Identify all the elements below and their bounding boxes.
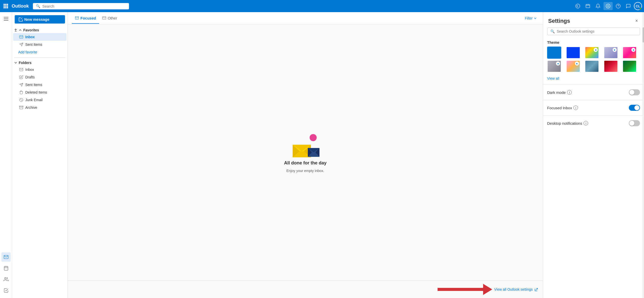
theme-swatch-6[interactable]: ★ xyxy=(547,60,561,72)
new-message-button[interactable]: New message xyxy=(15,15,65,24)
theme-swatch-8[interactable] xyxy=(585,60,599,72)
settings-divider-3 xyxy=(543,115,644,116)
empty-inbox-illustration: All done for the day Enjoy your empty in… xyxy=(284,132,327,173)
focused-inbox-toggle[interactable] xyxy=(629,105,640,111)
theme-swatch-7[interactable]: ★ xyxy=(566,60,580,72)
theme-premium-star-7: ★ xyxy=(575,61,579,66)
svg-rect-6 xyxy=(4,7,5,8)
topbar-actions: S CL xyxy=(573,2,642,10)
nav-item-sent[interactable]: Sent Items xyxy=(13,81,67,89)
svg-point-25 xyxy=(5,278,6,279)
gear-icon[interactable] xyxy=(604,2,613,10)
filter-button[interactable]: Filter xyxy=(523,15,539,21)
help-icon[interactable] xyxy=(614,2,623,10)
folder-inbox-label: Inbox xyxy=(25,68,34,72)
nav-item-deleted[interactable]: Deleted Items xyxy=(13,89,67,96)
favorites-section-header[interactable]: Favorites xyxy=(12,27,68,33)
svg-rect-11 xyxy=(586,4,590,8)
theme-swatch-5[interactable]: ★ xyxy=(622,47,637,59)
empty-inbox-subtitle: Enjoy your empty inbox. xyxy=(286,169,324,173)
waffle-icon[interactable] xyxy=(2,2,10,10)
theme-swatch-2[interactable] xyxy=(566,47,580,59)
bell-icon[interactable] xyxy=(593,2,603,10)
nav-item-inbox[interactable]: Inbox xyxy=(13,66,67,73)
topbar: Outlook 🔍 S CL xyxy=(0,0,644,12)
settings-divider-2 xyxy=(543,100,644,100)
red-arrow-graphic xyxy=(438,284,492,295)
desktop-notif-toggle-thumb xyxy=(629,121,634,126)
nav-item-junk[interactable]: Junk Email xyxy=(13,96,67,104)
scrollbar-thumb[interactable] xyxy=(642,27,644,42)
svg-rect-19 xyxy=(4,18,8,19)
svg-line-31 xyxy=(20,99,22,101)
email-tabs-bar: Focused Other Filter xyxy=(68,12,543,24)
view-all-settings-link[interactable]: View all Outlook settings xyxy=(494,287,538,291)
desktop-notif-toggle[interactable] xyxy=(629,120,640,126)
calendar-people-icon[interactable] xyxy=(583,2,592,10)
dark-mode-info-icon[interactable]: i xyxy=(567,90,572,95)
theme-grid: ★ ★ ★ ★ ★ xyxy=(543,47,644,75)
content-area: Focused Other Filter xyxy=(68,12,543,298)
focused-inbox-info-icon[interactable]: i xyxy=(573,105,578,110)
focused-inbox-label: Focused Inbox i xyxy=(547,105,627,110)
folders-section-header[interactable]: Folders xyxy=(12,59,68,66)
global-search-box[interactable]: 🔍 xyxy=(33,3,129,9)
settings-close-button[interactable]: × xyxy=(634,17,639,25)
favorites-label: Favorites xyxy=(23,28,39,32)
scrollbar-track[interactable] xyxy=(642,12,644,298)
settings-title: Settings xyxy=(548,18,570,24)
svg-text:S: S xyxy=(576,5,578,8)
folder-sent-label: Sent Items xyxy=(25,83,42,87)
bottom-icons xyxy=(2,252,11,298)
focused-inbox-toggle-thumb xyxy=(634,105,639,110)
folder-deleted-label: Deleted Items xyxy=(25,90,47,94)
desktop-notif-row: Desktop notifications i xyxy=(543,117,644,130)
empty-inbox-title: All done for the day xyxy=(284,160,327,166)
nav-item-archive[interactable]: Archive xyxy=(13,104,67,111)
settings-search-input[interactable] xyxy=(557,29,637,33)
svg-rect-5 xyxy=(7,6,8,7)
theme-swatch-4[interactable]: ★ xyxy=(604,47,618,59)
sidebar-icon-rail xyxy=(0,12,12,298)
toggle-thumb xyxy=(629,90,634,95)
folder-archive-label: Archive xyxy=(25,105,37,110)
search-icon: 🔍 xyxy=(36,4,40,8)
settings-search-box[interactable]: 🔍 xyxy=(547,28,640,35)
theme-swatch-1[interactable] xyxy=(547,47,561,59)
theme-swatch-3[interactable]: ★ xyxy=(585,47,599,59)
theme-swatch-9[interactable] xyxy=(604,60,618,72)
nav-item-drafts[interactable]: Drafts xyxy=(13,73,67,81)
theme-premium-star-6: ★ xyxy=(556,61,560,66)
dark-mode-toggle[interactable] xyxy=(629,89,640,95)
tab-focused[interactable]: Focused xyxy=(72,13,99,24)
avatar-status-dot xyxy=(639,7,642,10)
skype-icon[interactable]: S xyxy=(573,2,582,10)
theme-section-label: Theme xyxy=(543,39,644,47)
add-favorite-link[interactable]: Add favorite xyxy=(12,48,68,56)
svg-rect-1 xyxy=(5,4,7,5)
feedback-icon[interactable] xyxy=(624,2,633,10)
people-nav-icon[interactable] xyxy=(2,275,11,284)
avatar[interactable]: CL xyxy=(634,2,642,10)
dark-mode-label: Dark mode i xyxy=(547,90,627,95)
theme-premium-star-4: ★ xyxy=(613,48,617,52)
main-container: New message Favorites Inbox Sent Items A… xyxy=(0,12,644,298)
search-input[interactable] xyxy=(42,4,126,8)
nav-item-sent-fav[interactable]: Sent Items xyxy=(13,41,67,48)
envelope-graphic xyxy=(290,132,320,157)
svg-rect-4 xyxy=(5,6,7,7)
mail-nav-icon[interactable] xyxy=(2,252,11,262)
svg-rect-8 xyxy=(7,7,8,8)
desktop-notif-info-icon[interactable]: i xyxy=(584,121,588,125)
tab-other[interactable]: Other xyxy=(99,13,120,24)
tasks-nav-icon[interactable] xyxy=(2,286,11,295)
theme-swatch-10[interactable] xyxy=(622,60,637,72)
calendar-nav-icon[interactable] xyxy=(2,264,11,273)
focused-inbox-row: Focused Inbox i xyxy=(543,101,644,114)
svg-point-16 xyxy=(616,4,620,8)
nav-item-inbox-fav[interactable]: Inbox xyxy=(13,33,67,41)
hamburger-icon[interactable] xyxy=(2,14,11,23)
svg-rect-21 xyxy=(4,266,8,270)
theme-view-all-link[interactable]: View all xyxy=(543,75,644,83)
settings-panel: Settings × 🔍 Theme ★ ★ xyxy=(543,12,644,298)
